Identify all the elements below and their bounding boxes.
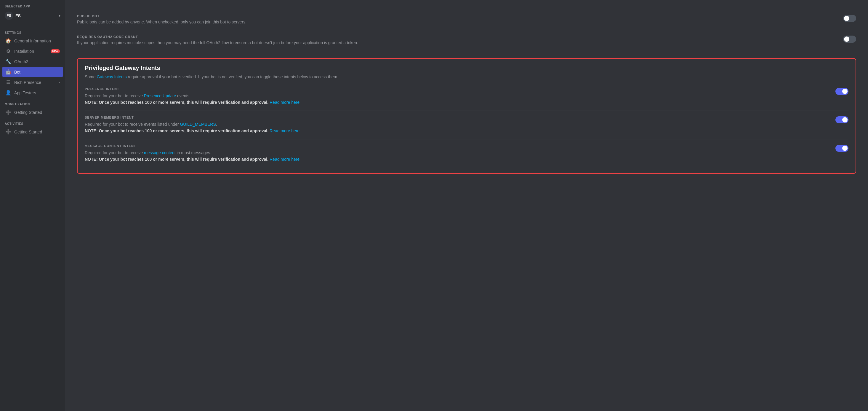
bot-icon: 🤖 (5, 69, 11, 75)
oauth2-code-grant-description: If your application requires multiple sc… (77, 40, 831, 46)
app-name: FS (16, 13, 56, 18)
sidebar-item-activities-getting-started[interactable]: ➕ Getting Started (2, 127, 63, 137)
public-bot-toggle[interactable] (843, 15, 856, 22)
server-members-intent-label: SERVER MEMBERS INTENT (85, 116, 824, 119)
message-content-intent-section: MESSAGE CONTENT INTENT Required for your… (85, 139, 848, 168)
message-content-desc-after: in most messages. (176, 150, 212, 155)
guild-members-link[interactable]: GUILD_MEMBERS (180, 122, 216, 127)
home-icon: 🏠 (5, 38, 11, 43)
server-members-intent-section: SERVER MEMBERS INTENT Required for your … (85, 111, 848, 139)
message-content-intent-toggle[interactable] (835, 145, 848, 152)
presence-update-link[interactable]: Presence Update (144, 93, 176, 98)
server-members-desc-before: Required for your bot to receive events … (85, 122, 180, 127)
sidebar-item-label: Installation (14, 49, 48, 54)
server-members-intent-header: SERVER MEMBERS INTENT Required for your … (85, 116, 848, 134)
gateway-intents-description: Some Gateway Intents require approval if… (85, 74, 848, 80)
sidebar: SELECTED APP FS FS ▾ SETTINGS 🏠 General … (0, 0, 65, 411)
sidebar-item-label: Getting Started (14, 110, 60, 115)
presence-intent-toggle-wrapper (835, 87, 848, 95)
oauth2-code-grant-toggle-wrapper (843, 35, 856, 43)
presence-desc-before: Required for your bot to receive (85, 93, 144, 98)
sidebar-item-label: Rich Presence (14, 80, 56, 85)
oauth2-code-grant-info: REQUIRES OAUTH2 CODE GRANT If your appli… (77, 35, 831, 46)
sidebar-item-label: Bot (14, 70, 60, 75)
message-content-intent-description: Required for your bot to receive message… (85, 149, 824, 163)
activities-section-label: ACTIVITIES (2, 117, 63, 127)
sidebar-item-installation[interactable]: ⚙ Installation NEW (2, 46, 63, 56)
message-content-note: NOTE: Once your bot reaches 100 or more … (85, 157, 270, 162)
toggle-knob (844, 36, 849, 42)
message-content-intent-label: MESSAGE CONTENT INTENT (85, 144, 824, 148)
gateway-intents-box: Privileged Gateway Intents Some Gateway … (77, 58, 856, 174)
presence-read-more-link[interactable]: Read more here (270, 100, 300, 105)
message-content-intent-header: MESSAGE CONTENT INTENT Required for your… (85, 144, 848, 163)
sidebar-item-rich-presence[interactable]: ☰ Rich Presence › (2, 77, 63, 87)
sidebar-item-monetization-getting-started[interactable]: ➕ Getting Started (2, 107, 63, 117)
server-members-intent-toggle-wrapper (835, 116, 848, 123)
public-bot-toggle-wrapper (843, 14, 856, 22)
server-members-intent-info: SERVER MEMBERS INTENT Required for your … (85, 116, 824, 134)
sidebar-item-label: General Information (14, 38, 60, 43)
presence-intent-toggle[interactable] (835, 88, 848, 95)
chevron-right-icon: › (59, 80, 60, 85)
oauth2-code-grant-label: REQUIRES OAUTH2 CODE GRANT (77, 35, 831, 38)
message-content-read-more-link[interactable]: Read more here (270, 157, 300, 162)
plus-circle-icon: ➕ (5, 129, 11, 135)
user-icon: 👤 (5, 90, 11, 95)
selected-app-label: SELECTED APP (2, 5, 63, 10)
presence-intent-header: PRESENCE INTENT Required for your bot to… (85, 87, 848, 106)
public-bot-label: PUBLIC BOT (77, 14, 831, 18)
plus-icon: ➕ (5, 110, 11, 115)
server-members-read-more-link[interactable]: Read more here (270, 128, 300, 133)
presence-intent-info: PRESENCE INTENT Required for your bot to… (85, 87, 824, 106)
gateway-desc-after: require approval if your bot is verified… (127, 75, 338, 79)
public-bot-row: PUBLIC BOT Public bots can be added by a… (77, 9, 856, 30)
sidebar-item-bot[interactable]: 🤖 Bot (2, 67, 63, 77)
oauth2-code-grant-toggle[interactable] (843, 36, 856, 43)
presence-desc-after: events. (176, 93, 190, 98)
gateway-intents-title: Privileged Gateway Intents (85, 65, 848, 71)
monetization-section-label: MONETIZATION (2, 98, 63, 107)
main-content: PUBLIC BOT Public bots can be added by a… (65, 0, 868, 411)
chevron-down-icon: ▾ (59, 13, 60, 18)
avatar: FS (5, 11, 13, 20)
new-badge: NEW (51, 49, 60, 53)
server-members-intent-toggle[interactable] (835, 116, 848, 123)
sidebar-item-label: OAuth2 (14, 59, 60, 64)
sidebar-item-label: Getting Started (14, 129, 60, 134)
oauth2-code-grant-row: REQUIRES OAUTH2 CODE GRANT If your appli… (77, 30, 856, 51)
sidebar-item-label: App Testers (14, 90, 60, 95)
public-bot-info: PUBLIC BOT Public bots can be added by a… (77, 14, 831, 25)
message-content-intent-info: MESSAGE CONTENT INTENT Required for your… (85, 144, 824, 163)
presence-intent-label: PRESENCE INTENT (85, 87, 824, 91)
presence-intent-section: PRESENCE INTENT Required for your bot to… (85, 83, 848, 111)
wrench-icon: 🔧 (5, 59, 11, 64)
presence-intent-description: Required for your bot to receive Presenc… (85, 92, 824, 106)
sidebar-item-app-testers[interactable]: 👤 App Testers (2, 87, 63, 98)
gateway-desc-before: Some (85, 75, 97, 79)
message-content-link[interactable]: message content (144, 150, 176, 155)
sidebar-item-general-information[interactable]: 🏠 General Information (2, 36, 63, 46)
server-members-note: NOTE: Once your bot reaches 100 or more … (85, 128, 270, 133)
list-icon: ☰ (5, 80, 11, 85)
message-content-intent-toggle-wrapper (835, 144, 848, 152)
server-members-intent-description: Required for your bot to receive events … (85, 121, 824, 134)
sidebar-item-oauth2[interactable]: 🔧 OAuth2 (2, 56, 63, 67)
presence-note: NOTE: Once your bot reaches 100 or more … (85, 100, 270, 105)
toggle-knob (842, 146, 847, 151)
settings-section-label: SETTINGS (2, 26, 63, 36)
server-members-desc-after: . (216, 122, 217, 127)
public-bot-description: Public bots can be added by anyone. When… (77, 19, 831, 25)
gear-icon: ⚙ (5, 48, 11, 54)
message-content-desc-before: Required for your bot to receive (85, 150, 144, 155)
gateway-intents-link[interactable]: Gateway Intents (97, 75, 126, 79)
toggle-knob (842, 89, 847, 94)
app-selector[interactable]: FS FS ▾ (2, 10, 63, 22)
toggle-knob (844, 16, 849, 21)
toggle-knob (842, 117, 847, 122)
